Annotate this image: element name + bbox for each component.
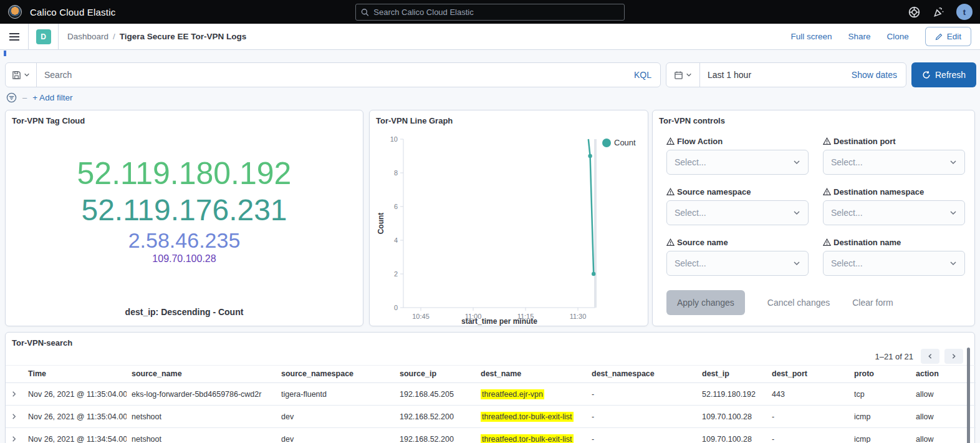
select-placeholder: Select... [831,258,863,268]
chevron-right-icon [11,413,17,420]
clone-button[interactable]: Clone [886,32,908,41]
time-range-value[interactable]: Last 1 hour [700,70,852,80]
chevron-down-icon [793,209,800,217]
chevron-down-icon [686,72,692,78]
tag-cloud-term[interactable]: 2.58.46.235 [6,228,363,253]
control-select[interactable]: Select... [823,251,965,276]
row-expand-button[interactable] [6,406,23,428]
select-placeholder: Select... [675,208,706,218]
chevron-left-icon [927,353,933,359]
apply-changes-button[interactable]: Apply changes [666,290,745,315]
party-popper-icon[interactable] [932,6,945,19]
save-icon [12,71,21,80]
control-select[interactable]: Select... [666,200,809,225]
breadcrumb-separator: / [113,32,115,41]
control-field: Destination nameSelect... [823,238,965,276]
warning-icon [823,188,831,196]
controls-buttons: Apply changes Cancel changes Clear form [666,290,893,315]
count-line [588,139,593,274]
cell-dest_port: - [767,406,849,428]
scroll-indicator [4,51,6,56]
tag-cloud-caption: dest_ip: Descending - Count [6,307,363,317]
warning-icon [666,188,675,196]
legend-swatch [602,139,611,147]
global-search-box[interactable] [355,4,625,21]
control-select[interactable]: Select... [823,150,965,175]
breadcrumb-dashboard[interactable]: Dashboard [67,32,108,41]
kql-language-button[interactable]: KQL [625,70,660,80]
show-dates-button[interactable]: Show dates [852,70,906,80]
help-icon[interactable] [908,6,921,19]
share-button[interactable]: Share [848,32,870,41]
table-scrollbar[interactable] [967,348,970,443]
panel-title: Tor-VPN Line Graph [370,110,648,125]
row-expand-button[interactable] [6,383,23,406]
next-page-button[interactable] [944,349,963,364]
add-filter-button[interactable]: + Add filter [32,93,72,102]
chevron-down-icon [949,158,957,166]
tag-cloud-term[interactable]: 52.119.180.192 [6,155,363,192]
control-select[interactable]: Select... [666,150,809,175]
cell-source_name: netshoot [127,428,276,443]
global-search-input[interactable] [373,7,619,17]
cell-source_namespace: tigera-fluentd [276,383,395,406]
y-axis-title: Count [377,213,385,235]
cell-dest_name: threatfeed.tor-bulk-exit-list [476,406,587,428]
control-label: Source namespace [677,187,751,197]
cell-dest_port: - [767,428,849,443]
x-axis-title: start_time per minute [461,317,537,326]
table-row: Nov 26, 2021 @ 11:35:04.000netshootdev19… [6,406,976,428]
edit-button[interactable]: Edit [925,27,971,46]
control-field: Destination namespaceSelect... [823,187,965,225]
prev-page-button[interactable] [921,349,939,364]
cell-time: Nov 26, 2021 @ 11:34:54.000 [23,428,127,443]
y-tick-label: 0 [394,304,398,311]
cell-dest_port: 443 [767,383,849,406]
chevron-right-icon [11,436,17,442]
dashboard-badge[interactable]: D [36,29,51,44]
warning-icon [666,238,675,246]
user-avatar[interactable]: t [956,4,973,20]
cell-action: allow [911,406,976,428]
full-screen-button[interactable]: Full screen [790,32,832,41]
menu-toggle-button[interactable] [0,24,29,50]
cell-source_name: netshoot [127,406,276,428]
column-header-proto: proto [849,366,911,383]
legend-label[interactable]: Count [614,138,636,147]
chevron-down-icon [24,72,30,78]
control-select[interactable]: Select... [823,200,965,225]
table-header-row: Timesource_namesource_namespacesource_ip… [6,366,976,383]
control-field: Source namespaceSelect... [666,187,809,225]
column-header-source_name: source_name [127,366,276,383]
tag-cloud-panel: Tor-VPN Tag Cloud 52.119.180.19252.119.1… [5,110,363,326]
app-title: Calico Cloud Elastic [30,7,115,17]
panel-title: Tor-VPN-search [6,333,974,348]
select-placeholder: Select... [675,157,706,167]
y-tick-label: 8 [394,169,398,177]
control-label: Destination port [833,137,896,146]
cell-dest_ip: 109.70.100.28 [697,406,767,428]
warning-icon [666,137,675,145]
cell-dest_namespace: - [587,428,697,443]
control-select[interactable]: Select... [666,251,809,276]
cell-source_namespace: dev [276,406,395,428]
query-search-input[interactable] [37,70,625,80]
saved-query-menu-button[interactable] [6,63,37,87]
y-tick-label: 10 [390,135,398,143]
cell-proto: icmp [849,406,911,428]
tag-cloud-term[interactable]: 109.70.100.28 [6,253,363,265]
clear-form-button[interactable]: Clear form [852,298,893,308]
cancel-changes-button[interactable]: Cancel changes [767,298,830,308]
date-quick-menu-button[interactable] [666,63,700,87]
controls-grid: Flow ActionSelect...Destination portSele… [666,137,965,276]
cell-proto: tcp [849,383,911,406]
query-input-group: KQL [5,62,661,87]
refresh-button[interactable]: Refresh [911,62,976,87]
row-expand-button[interactable] [6,428,23,443]
filter-menu-icon[interactable] [6,92,17,103]
column-header-dest_name: dest_name [476,366,587,383]
tag-cloud-term[interactable]: 52.119.176.231 [6,192,363,228]
calico-logo-icon[interactable] [8,5,22,19]
breadcrumb-bar: D Dashboard / Tigera Secure EE Tor-VPN L… [0,24,980,50]
dest-name-highlight: threatfeed.ejr-vpn [481,389,544,399]
